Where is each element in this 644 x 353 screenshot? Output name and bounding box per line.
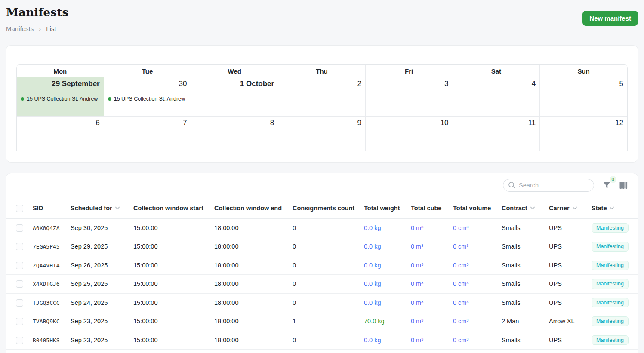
- calendar-day-cell[interactable]: 30 15 UPS Collection St. Andrew: [104, 77, 191, 117]
- day-header-sun: Sun: [540, 65, 627, 77]
- column-header-consignments[interactable]: Consignments count: [293, 197, 364, 218]
- total-weight-link[interactable]: 0.0 kg: [364, 262, 381, 269]
- calendar-day-cell[interactable]: 4: [453, 77, 540, 117]
- window-start-value: 15:00:00: [133, 275, 214, 294]
- total-cube-link[interactable]: 0 m³: [411, 299, 423, 306]
- row-checkbox[interactable]: [16, 243, 23, 250]
- total-volume-link[interactable]: 0 cm³: [453, 337, 468, 344]
- total-volume-link[interactable]: 0 cm³: [453, 243, 468, 250]
- total-weight-link[interactable]: 0.0 kg: [364, 224, 381, 231]
- calendar-date-label: 7: [104, 118, 191, 127]
- table-row[interactable]: 7EGA5P45 Sep 29, 2025 15:00:00 18:00:00 …: [6, 237, 638, 256]
- sid-value: A0X0Q4ZA: [33, 225, 60, 231]
- calendar-day-cell[interactable]: 1 October: [191, 77, 278, 117]
- window-start-value: 15:00:00: [133, 350, 214, 353]
- calendar-event-label: 15 UPS Collection St. Andrew: [114, 96, 185, 102]
- breadcrumb-current: List: [46, 25, 56, 32]
- row-checkbox[interactable]: [16, 224, 23, 232]
- calendar-day-cell[interactable]: 29 September 15 UPS Collection St. Andre…: [17, 77, 104, 117]
- calendar-event[interactable]: 15 UPS Collection St. Andrew: [108, 96, 190, 102]
- total-weight-link[interactable]: 0.0 kg: [364, 280, 381, 287]
- table-row[interactable]: NDQ954Z2 Sep 22, 2025 15:00:00 18:00:00 …: [6, 350, 638, 353]
- total-volume-link[interactable]: 0 cm³: [453, 280, 468, 287]
- chevron-down-icon: [609, 204, 614, 211]
- table-row[interactable]: TJGQ3CCC Sep 24, 2025 15:00:00 18:00:00 …: [6, 293, 638, 312]
- row-checkbox[interactable]: [16, 299, 23, 307]
- filter-button[interactable]: 0: [603, 181, 611, 189]
- row-checkbox[interactable]: [16, 318, 23, 325]
- chevron-right-icon: ›: [39, 25, 41, 32]
- total-weight-link[interactable]: 70.0 kg: [364, 318, 385, 325]
- calendar-date-label: 6: [17, 118, 104, 127]
- day-header-wed: Wed: [191, 65, 278, 77]
- carrier-value: UPS: [549, 256, 592, 275]
- column-header-state[interactable]: State: [592, 197, 638, 218]
- calendar-day-cell[interactable]: 7: [104, 117, 191, 151]
- state-badge: Manifesting: [592, 316, 629, 326]
- consignments-count-value: 0: [293, 237, 364, 256]
- table-row[interactable]: R0405HKS Sep 23, 2025 15:00:00 18:00:00 …: [6, 331, 638, 350]
- row-checkbox[interactable]: [16, 280, 23, 288]
- calendar-day-cell[interactable]: 12: [540, 117, 627, 151]
- column-header-sid[interactable]: SID: [33, 197, 71, 218]
- total-weight-link[interactable]: 0.0 kg: [364, 243, 381, 250]
- total-cube-link[interactable]: 0 m³: [411, 318, 423, 325]
- table-row[interactable]: TVABQ9KC Sep 23, 2025 15:00:00 18:00:00 …: [6, 312, 638, 331]
- column-header-scheduled-for[interactable]: Scheduled for: [71, 197, 133, 218]
- calendar-day-cell[interactable]: 10: [366, 117, 453, 151]
- page-title: Manifests: [6, 6, 68, 19]
- calendar-event[interactable]: 15 UPS Collection St. Andrew: [21, 96, 103, 102]
- table-row[interactable]: A0X0Q4ZA Sep 30, 2025 15:00:00 18:00:00 …: [6, 218, 638, 237]
- scheduled-for-value: Sep 23, 2025: [71, 312, 133, 331]
- total-cube-link[interactable]: 0 m³: [411, 243, 423, 250]
- calendar-day-cell[interactable]: 8: [191, 117, 278, 151]
- row-checkbox[interactable]: [16, 337, 23, 344]
- calendar-date-label: 9: [278, 118, 365, 127]
- calendar-day-cell[interactable]: 11: [453, 117, 540, 151]
- total-cube-link[interactable]: 0 m³: [411, 262, 423, 269]
- search-input[interactable]: [503, 179, 594, 192]
- calendar-day-cell[interactable]: 5: [540, 77, 627, 117]
- state-badge: Manifesting: [592, 261, 629, 270]
- select-all-checkbox[interactable]: [16, 205, 23, 212]
- calendar-day-cell[interactable]: 9: [278, 117, 366, 151]
- total-cube-link[interactable]: 0 m³: [411, 337, 423, 344]
- day-header-fri: Fri: [366, 65, 453, 77]
- column-header-contract[interactable]: Contract: [502, 197, 549, 218]
- column-header-cube[interactable]: Total cube: [411, 197, 453, 218]
- row-checkbox[interactable]: [16, 262, 23, 269]
- scheduled-for-value: Sep 25, 2025: [71, 275, 133, 294]
- calendar-day-cell[interactable]: 6: [17, 117, 104, 151]
- sid-value: TVABQ9KC: [33, 318, 60, 325]
- calendar-day-cell[interactable]: 3: [366, 77, 453, 117]
- total-volume-link[interactable]: 0 cm³: [453, 318, 468, 325]
- column-header-window-end[interactable]: Collection window end: [214, 197, 293, 218]
- new-manifest-button[interactable]: New manifest: [582, 11, 638, 26]
- total-volume-link[interactable]: 0 cm³: [453, 299, 468, 306]
- window-end-value: 18:00:00: [214, 293, 293, 312]
- table-row[interactable]: X4XDTGJ6 Sep 25, 2025 15:00:00 18:00:00 …: [6, 275, 638, 294]
- total-cube-link[interactable]: 0 m³: [411, 224, 423, 231]
- day-header-mon: Mon: [17, 65, 104, 77]
- total-weight-link[interactable]: 0.0 kg: [364, 299, 381, 306]
- window-start-value: 15:00:00: [133, 312, 214, 331]
- total-volume-link[interactable]: 0 cm³: [453, 224, 468, 231]
- column-header-volume[interactable]: Total volume: [453, 197, 502, 218]
- columns-icon: [619, 184, 628, 190]
- manifest-table-card: 0 SID Scheduled for Collection window st…: [6, 173, 638, 353]
- column-header-carrier[interactable]: Carrier: [549, 197, 592, 218]
- total-weight-link[interactable]: 0.0 kg: [364, 337, 381, 344]
- calendar-day-headers: Mon Tue Wed Thu Fri Sat Sun: [17, 65, 627, 77]
- scheduled-for-value: Sep 22, 2025: [71, 350, 133, 353]
- breadcrumb-root[interactable]: Manifests: [6, 25, 34, 32]
- calendar-date-label: 10: [366, 118, 453, 127]
- total-volume-link[interactable]: 0 cm³: [453, 262, 468, 269]
- column-header-window-start[interactable]: Collection window start: [133, 197, 214, 218]
- column-header-weight[interactable]: Total weight: [364, 197, 411, 218]
- table-row[interactable]: ZQA4VHT4 Sep 26, 2025 15:00:00 18:00:00 …: [6, 256, 638, 275]
- columns-button[interactable]: [619, 181, 628, 189]
- total-cube-link[interactable]: 0 m³: [411, 280, 423, 287]
- state-badge: Manifesting: [592, 279, 629, 289]
- calendar-day-cell[interactable]: 2: [278, 77, 366, 117]
- consignments-count-value: 0: [293, 293, 364, 312]
